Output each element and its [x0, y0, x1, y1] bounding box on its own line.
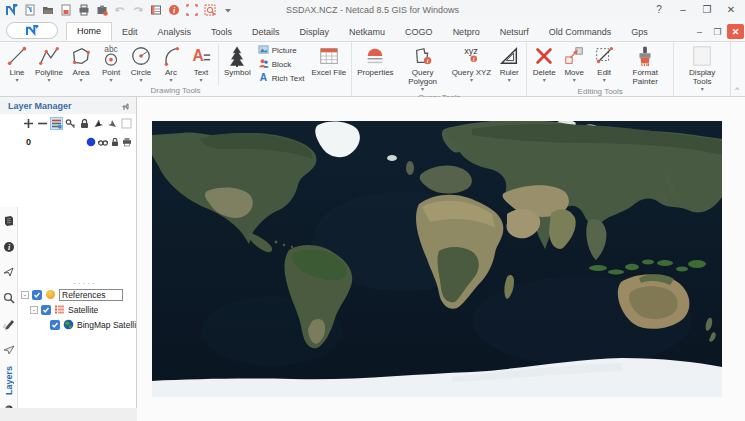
dropdown-caret-icon[interactable]: ▾	[421, 87, 424, 92]
dropdown-caret-icon[interactable]: ▾	[170, 78, 173, 83]
expander-icon[interactable]: -	[21, 291, 29, 299]
tree-item-references[interactable]: -References	[18, 287, 136, 302]
tree-item-bingmap-satellite-i[interactable]: BingMap Satellite I	[18, 317, 136, 332]
search-button[interactable]	[1, 289, 17, 310]
info-circle-button[interactable]: i	[1, 238, 17, 259]
symbol-button[interactable]: Symbol	[221, 43, 254, 78]
flyto-button[interactable]	[1, 263, 17, 284]
save-file-icon[interactable]	[58, 3, 74, 18]
save-project-icon[interactable]	[94, 3, 110, 18]
display-tools-button[interactable]: Display Tools▾	[676, 43, 728, 93]
undo-icon[interactable]	[112, 3, 128, 18]
print-icon[interactable]	[76, 3, 92, 18]
tree-item-satellite[interactable]: -Satellite	[18, 302, 136, 317]
app-menu-button[interactable]	[6, 22, 58, 39]
minus-button[interactable]	[36, 117, 49, 130]
tab-display[interactable]: Display	[290, 24, 340, 41]
info-icon[interactable]: i	[166, 3, 182, 18]
tab-tools[interactable]: Tools	[201, 24, 242, 41]
circle-button[interactable]: Circle▾	[126, 43, 156, 84]
layers-list-button[interactable]	[50, 117, 63, 130]
dropdown-caret-icon[interactable]: ▾	[15, 78, 18, 83]
lock-small-icon[interactable]	[110, 133, 120, 151]
table-window-icon[interactable]	[148, 3, 164, 18]
tab-analysis[interactable]: Analysis	[148, 24, 202, 41]
dropdown-caret-icon[interactable]: ▾	[200, 78, 203, 83]
visibility-checkbox[interactable]	[32, 290, 42, 300]
mdi-close-button[interactable]: ✕	[727, 24, 744, 39]
tab-netsurf[interactable]: Netsurf	[490, 24, 539, 41]
tab-gps[interactable]: Gps	[621, 24, 658, 41]
polyline-button[interactable]: Polyline▾	[32, 43, 66, 84]
print-small-icon[interactable]	[122, 133, 132, 151]
edit-button[interactable]: Edit▾	[589, 43, 619, 84]
send-button[interactable]	[1, 340, 17, 361]
collapse-ribbon-button[interactable]: ^	[735, 85, 739, 94]
blank-box-button[interactable]	[120, 117, 133, 130]
qat-menu-caret-icon[interactable]	[220, 3, 236, 18]
lock-button[interactable]	[78, 117, 91, 130]
excel-file-button[interactable]: Excel File	[308, 43, 349, 78]
dropdown-caret-icon[interactable]: ▾	[543, 78, 546, 83]
dropdown-caret-icon[interactable]: ▾	[140, 78, 143, 83]
visible-dot-icon[interactable]	[86, 133, 96, 151]
close-button[interactable]: ✕	[719, 0, 743, 18]
redo-icon[interactable]	[130, 3, 146, 18]
area-button[interactable]: Area▾	[66, 43, 96, 84]
move-button[interactable]: Move▾	[559, 43, 589, 84]
query-xyz-button[interactable]: xyzi Query XYZ▾	[449, 43, 495, 84]
ruler-button[interactable]: Ruler▾	[494, 43, 524, 84]
tab-cogo[interactable]: COGO	[395, 24, 443, 41]
format-painter-button[interactable]: Format Painter	[619, 43, 671, 87]
button-label: Properties	[357, 68, 393, 77]
layer-row[interactable]: 0	[0, 132, 136, 152]
map-canvas[interactable]	[152, 121, 722, 397]
visibility-checkbox[interactable]	[41, 305, 51, 315]
dropdown-caret-icon[interactable]: ▾	[573, 78, 576, 83]
point-button[interactable]: abc Point▾	[96, 43, 126, 84]
dropdown-caret-icon[interactable]: ▾	[110, 78, 113, 83]
tab-home[interactable]: Home	[66, 22, 112, 41]
zoom-region-icon[interactable]	[202, 3, 218, 18]
dropdown-caret-icon[interactable]: ▾	[508, 78, 511, 83]
help-button[interactable]: ?	[647, 0, 671, 18]
key-button[interactable]	[64, 117, 77, 130]
layers-panel-tab[interactable]: Layers	[4, 366, 14, 395]
rich-text-button[interactable]: ARich Text	[256, 72, 307, 85]
mdi-minimize-button[interactable]: –	[691, 24, 708, 39]
bring-front-button[interactable]	[92, 117, 105, 130]
delete-button[interactable]: Delete▾	[529, 43, 559, 84]
dropdown-caret-icon[interactable]: ▾	[80, 78, 83, 83]
select-region-icon[interactable]	[184, 3, 200, 18]
restore-button[interactable]: ❐	[695, 0, 719, 18]
dropdown-caret-icon[interactable]: ▾	[470, 78, 473, 83]
tab-netkamu[interactable]: Netkamu	[339, 24, 395, 41]
tab-netpro[interactable]: Netpro	[443, 24, 490, 41]
visibility-checkbox[interactable]	[50, 320, 60, 330]
picture-button[interactable]: Picture	[256, 44, 307, 57]
minimize-button[interactable]: –	[671, 0, 695, 18]
dropdown-caret-icon[interactable]: ▾	[48, 78, 51, 83]
dropdown-caret-icon[interactable]: ▾	[603, 78, 606, 83]
glasses-icon[interactable]	[98, 133, 108, 151]
pin-panel-icon[interactable]	[122, 97, 130, 115]
notes-button[interactable]	[1, 212, 17, 233]
arc-button[interactable]: Arc▾	[156, 43, 186, 84]
tab-details[interactable]: Details	[242, 24, 290, 41]
properties-button[interactable]: Properties	[354, 43, 396, 78]
tab-edit[interactable]: Edit	[112, 24, 148, 41]
send-back-button[interactable]	[106, 117, 119, 130]
plus-button[interactable]	[22, 117, 35, 130]
mdi-restore-button[interactable]: ❐	[709, 24, 726, 39]
pencil-button[interactable]	[1, 314, 17, 335]
dropdown-caret-icon[interactable]: ▾	[701, 87, 704, 92]
block-button[interactable]: Block	[256, 58, 307, 71]
app-logo-icon[interactable]	[4, 3, 20, 18]
line-button[interactable]: Line▾	[2, 43, 32, 84]
tab-old-commands[interactable]: Old Commands	[539, 24, 622, 41]
expander-icon[interactable]: -	[30, 306, 38, 314]
text-button[interactable]: A Text▾	[186, 43, 216, 84]
query-polygon-button[interactable]: i Query Polygon▾	[397, 43, 449, 93]
new-file-icon[interactable]	[22, 3, 38, 18]
open-file-icon[interactable]	[40, 3, 56, 18]
